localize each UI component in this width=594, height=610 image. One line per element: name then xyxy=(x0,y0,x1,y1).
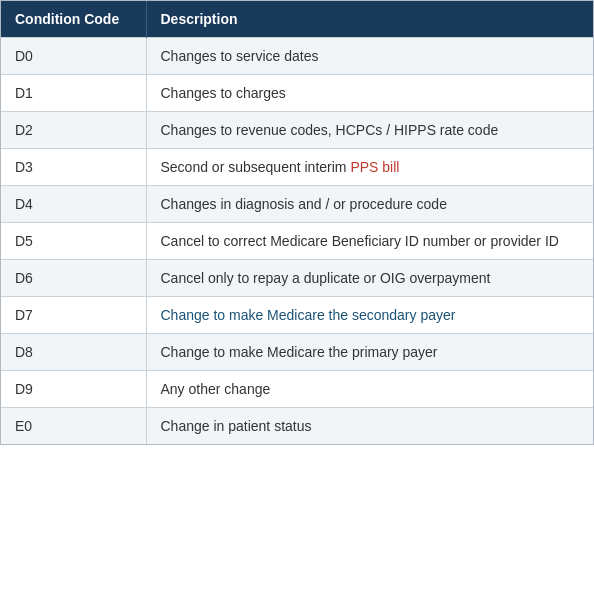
condition-code-cell: D7 xyxy=(1,297,146,334)
table-row: D3Second or subsequent interim PPS bill xyxy=(1,149,593,186)
table-row: E0Change in patient status xyxy=(1,408,593,445)
description-cell: Second or subsequent interim PPS bill xyxy=(146,149,593,186)
condition-code-cell: D1 xyxy=(1,75,146,112)
description-cell: Changes to revenue codes, HCPCs / HIPPS … xyxy=(146,112,593,149)
table-row: D5Cancel to correct Medicare Beneficiary… xyxy=(1,223,593,260)
condition-code-cell: D3 xyxy=(1,149,146,186)
table-row: D2Changes to revenue codes, HCPCs / HIPP… xyxy=(1,112,593,149)
description-cell: Change in patient status xyxy=(146,408,593,445)
table-row: D6Cancel only to repay a duplicate or OI… xyxy=(1,260,593,297)
condition-code-table: Condition Code Description D0Changes to … xyxy=(0,0,594,445)
table-row: D0Changes to service dates xyxy=(1,38,593,75)
condition-code-cell: D6 xyxy=(1,260,146,297)
description-cell: Change to make Medicare the secondary pa… xyxy=(146,297,593,334)
table-row: D8Change to make Medicare the primary pa… xyxy=(1,334,593,371)
table-row: D9Any other change xyxy=(1,371,593,408)
condition-code-cell: D2 xyxy=(1,112,146,149)
condition-code-cell: D0 xyxy=(1,38,146,75)
table-row: D4Changes in diagnosis and / or procedur… xyxy=(1,186,593,223)
description-cell: Cancel only to repay a duplicate or OIG … xyxy=(146,260,593,297)
description-cell: Changes in diagnosis and / or procedure … xyxy=(146,186,593,223)
description-cell: Changes to service dates xyxy=(146,38,593,75)
description-cell: Any other change xyxy=(146,371,593,408)
description-cell: Changes to charges xyxy=(146,75,593,112)
header-condition-code: Condition Code xyxy=(1,1,146,38)
condition-code-cell: D4 xyxy=(1,186,146,223)
header-description: Description xyxy=(146,1,593,38)
table-row: D1Changes to charges xyxy=(1,75,593,112)
condition-code-cell: D5 xyxy=(1,223,146,260)
condition-code-cell: E0 xyxy=(1,408,146,445)
description-cell: Cancel to correct Medicare Beneficiary I… xyxy=(146,223,593,260)
table-row: D7Change to make Medicare the secondary … xyxy=(1,297,593,334)
condition-code-cell: D8 xyxy=(1,334,146,371)
table-header-row: Condition Code Description xyxy=(1,1,593,38)
description-cell: Change to make Medicare the primary paye… xyxy=(146,334,593,371)
condition-code-cell: D9 xyxy=(1,371,146,408)
